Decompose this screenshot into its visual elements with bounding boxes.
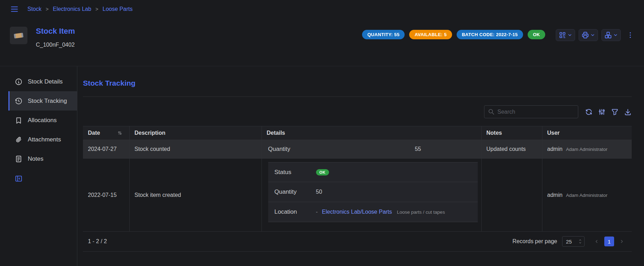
details-cell: Status OK Quantity 50 Location - Electro…	[262, 159, 481, 232]
detail-label: Quantity	[275, 188, 316, 195]
paperclip-icon	[15, 136, 22, 144]
user-cell: admin Adam Administrator	[542, 159, 632, 232]
page-size-select[interactable]: 25	[562, 236, 585, 247]
sidebar-collapse-button[interactable]	[15, 175, 23, 182]
title-block: Stock Item C_100nF_0402	[36, 27, 75, 48]
header-badges: QUANTITY: 55 AVAILABLE: 5 BATCH CODE: 20…	[362, 30, 545, 39]
heading-divider	[83, 97, 632, 97]
detail-label: Location	[275, 208, 316, 215]
breadcrumb-link-stock[interactable]: Stock	[27, 6, 41, 12]
batch-code-badge: BATCH CODE: 2022-7-15	[457, 30, 523, 39]
records-per-page-label: Records per page	[513, 238, 557, 245]
description-cell: Stock item created	[129, 159, 262, 232]
detail-subrow-location: Location - Electronics Lab/Loose Parts L…	[268, 202, 478, 222]
page-subtitle: C_100nF_0402	[36, 42, 75, 48]
download-icon	[624, 108, 632, 116]
page-1-button[interactable]: 1	[604, 237, 614, 246]
search-input[interactable]	[497, 109, 574, 115]
main-panel: Stock Tracking	[77, 66, 644, 266]
column-header-user: User	[542, 126, 632, 140]
menu-button[interactable]	[10, 5, 19, 14]
date-cell: 2024-07-27	[83, 140, 129, 159]
sidebar-item-stock-details[interactable]: Stock Details	[8, 72, 77, 91]
page-size-value: 25	[566, 239, 572, 245]
date-cell: 2022-07-15	[83, 159, 129, 232]
sidebar: Stock Details Stock Tracking Allocations…	[0, 66, 77, 266]
breadcrumb: Stock > Electronics Lab > Loose Parts	[27, 6, 133, 12]
notes-cell	[481, 159, 542, 232]
pagination-range: 1 - 2 / 2	[88, 238, 107, 245]
table-row[interactable]: 2022-07-15 Stock item created Status OK …	[83, 159, 632, 232]
description-cell: Stock counted	[129, 140, 262, 159]
sidebar-item-label: Attachments	[28, 136, 61, 143]
layout-sidebar-collapse-icon	[15, 175, 22, 182]
filter-icon	[611, 108, 619, 116]
content-area: Stock Details Stock Tracking Allocations…	[0, 66, 644, 266]
column-header-date[interactable]: Date	[83, 126, 129, 140]
location-link[interactable]: Electronics Lab/Loose Parts	[322, 209, 392, 215]
info-circle-icon	[15, 78, 22, 86]
search-icon	[488, 108, 495, 115]
details-cell: Quantity 55	[262, 140, 481, 159]
bookmark-icon	[15, 117, 22, 124]
user-name: admin	[547, 192, 563, 198]
sidebar-item-attachments[interactable]: Attachments	[8, 130, 77, 149]
sort-icon	[117, 131, 122, 135]
table-toolbar	[83, 105, 632, 118]
packages-icon	[604, 31, 612, 39]
page-title: Stock Item	[36, 27, 75, 36]
next-page-button[interactable]	[617, 237, 627, 246]
sidebar-item-label: Stock Details	[28, 78, 63, 85]
breadcrumb-link-electronics-lab[interactable]: Electronics Lab	[53, 6, 91, 12]
user-cell: admin Adam Administrator	[542, 140, 632, 159]
top-bar: Stock > Electronics Lab > Loose Parts	[0, 0, 644, 18]
chevron-down-icon	[567, 33, 572, 38]
history-icon	[15, 97, 22, 105]
notes-icon	[15, 155, 22, 163]
sidebar-item-allocations[interactable]: Allocations	[8, 111, 77, 130]
dots-vertical-icon	[626, 31, 634, 39]
user-full-name: Adam Administrator	[566, 193, 607, 198]
column-header-notes: Notes	[481, 126, 542, 140]
status-badge: OK	[528, 30, 545, 39]
refresh-button[interactable]	[585, 108, 593, 116]
quantity-badge: QUANTITY: 55	[362, 30, 405, 39]
column-header-description: Description	[129, 126, 262, 140]
page-header: Stock Item C_100nF_0402 QUANTITY: 55 AVA…	[0, 18, 644, 66]
prev-page-button[interactable]	[592, 237, 601, 246]
search-box[interactable]	[484, 105, 578, 118]
chevron-down-icon	[613, 33, 618, 38]
sidebar-item-notes[interactable]: Notes	[8, 149, 77, 168]
detail-label: Quantity	[268, 146, 361, 153]
options-menu-button[interactable]	[626, 31, 634, 39]
filter-button[interactable]	[611, 108, 619, 116]
item-thumbnail[interactable]	[10, 27, 27, 44]
detail-value: 55	[361, 146, 475, 152]
table-header-row: Date Description Details Notes User	[83, 126, 632, 140]
detail-label: Status	[275, 169, 316, 176]
location-description: Loose parts / cut tapes	[397, 210, 445, 215]
breadcrumb-separator: >	[96, 6, 98, 12]
pagination: 1	[592, 237, 627, 246]
table-footer: 1 - 2 / 2 Records per page 25	[83, 231, 632, 252]
barcode-actions-button[interactable]	[556, 29, 575, 41]
column-settings-button[interactable]	[598, 108, 606, 116]
user-name: admin	[547, 146, 563, 152]
printer-icon	[581, 31, 589, 39]
table-row[interactable]: 2024-07-27 Stock counted Quantity 55 Upd…	[83, 140, 632, 159]
sidebar-item-stock-tracking[interactable]: Stock Tracking	[8, 91, 77, 111]
print-actions-button[interactable]	[579, 29, 598, 41]
download-button[interactable]	[624, 108, 632, 116]
section-heading: Stock Tracking	[83, 79, 632, 87]
qrcode-icon	[559, 31, 566, 39]
breadcrumb-link-loose-parts[interactable]: Loose Parts	[103, 6, 133, 12]
stepper-icon	[578, 239, 582, 244]
sidebar-item-label: Notes	[28, 155, 43, 162]
capacitor-image	[14, 33, 24, 38]
adjustments-icon	[598, 108, 606, 116]
stock-actions-button[interactable]	[601, 29, 621, 41]
chevron-down-icon	[590, 33, 595, 38]
user-full-name: Adam Administrator	[566, 147, 607, 152]
chevron-left-icon	[594, 239, 599, 244]
refresh-icon	[585, 108, 593, 116]
